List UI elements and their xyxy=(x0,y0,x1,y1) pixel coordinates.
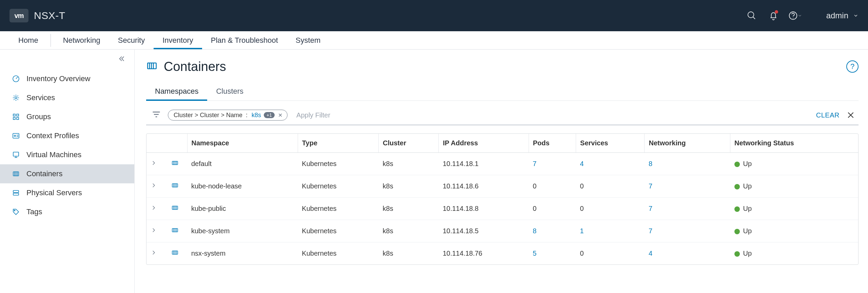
col-services[interactable]: Services xyxy=(576,134,645,153)
sidebar-item-label: Containers xyxy=(26,169,62,178)
cell-ip: 10.114.18.5 xyxy=(439,220,529,242)
filter-icon[interactable] xyxy=(152,110,161,121)
filter-chip-value: k8s xyxy=(252,112,261,119)
tab-namespaces[interactable]: Namespaces xyxy=(146,83,207,100)
expand-row-icon[interactable] xyxy=(146,220,167,242)
cell-ip: 10.114.18.8 xyxy=(439,198,529,220)
cell-namespace: kube-node-lease xyxy=(187,175,298,198)
sidebar-item-containers[interactable]: Containers xyxy=(0,164,134,183)
search-icon[interactable] xyxy=(744,8,759,23)
sidebar-item-virtual-machines[interactable]: Virtual Machines xyxy=(0,145,134,164)
filter-chip-extra-badge: +1 xyxy=(264,112,275,118)
cell-net-status: Up xyxy=(730,153,858,175)
cell-networking[interactable]: 7 xyxy=(645,220,730,242)
sidebar-item-context-profiles[interactable]: Context Profiles xyxy=(0,126,134,145)
app-header: vm NSX-T admin xyxy=(0,0,868,31)
cell-networking[interactable]: 7 xyxy=(645,198,730,220)
cell-namespace: kube-public xyxy=(187,198,298,220)
cell-services[interactable]: 4 xyxy=(576,153,645,175)
table-row[interactable]: kube-publicKubernetesk8s10.114.18.8007Up xyxy=(146,198,858,220)
profile-card-icon xyxy=(12,131,20,140)
col-networking[interactable]: Networking xyxy=(645,134,730,153)
expand-row-icon[interactable] xyxy=(146,153,167,175)
sidebar-item-inventory-overview[interactable]: Inventory Overview xyxy=(0,69,134,88)
tab-clusters[interactable]: Clusters xyxy=(207,83,252,100)
namespace-icon xyxy=(167,220,187,242)
namespace-icon xyxy=(167,198,187,220)
sidebar-item-label: Groups xyxy=(26,112,51,121)
cell-cluster: k8s xyxy=(379,242,439,265)
svg-rect-17 xyxy=(147,63,156,69)
tabs: Namespaces Clusters xyxy=(146,83,859,101)
filter-chip-remove-icon[interactable]: ✕ xyxy=(278,112,282,118)
nav-divider xyxy=(51,34,51,47)
cell-namespace: default xyxy=(187,153,298,175)
namespace-icon xyxy=(167,175,187,198)
col-type[interactable]: Type xyxy=(298,134,378,153)
cell-networking[interactable]: 7 xyxy=(645,175,730,198)
sidebar-collapse-icon[interactable] xyxy=(118,55,125,64)
cell-networking[interactable]: 4 xyxy=(645,242,730,265)
cell-networking[interactable]: 8 xyxy=(645,153,730,175)
nav-inventory[interactable]: Inventory xyxy=(154,31,202,49)
help-icon[interactable] xyxy=(788,8,803,23)
svg-rect-7 xyxy=(17,114,19,116)
nav-plan-troubleshoot[interactable]: Plan & Troubleshoot xyxy=(202,31,287,49)
page-help-icon[interactable]: ? xyxy=(846,60,859,73)
nav-security[interactable]: Security xyxy=(109,31,154,49)
close-filter-icon[interactable] xyxy=(846,111,855,120)
user-menu[interactable]: admin xyxy=(826,11,859,20)
product-name: NSX-T xyxy=(34,10,65,21)
col-cluster[interactable]: Cluster xyxy=(379,134,439,153)
cell-pods[interactable]: 7 xyxy=(529,153,576,175)
sidebar-item-label: Tags xyxy=(26,207,42,216)
expand-row-icon[interactable] xyxy=(146,198,167,220)
nav-home[interactable]: Home xyxy=(9,31,47,49)
cell-type: Kubernetes xyxy=(298,153,378,175)
status-up-icon xyxy=(734,229,740,234)
page-title: Containers xyxy=(164,59,226,74)
apply-filter-label: Apply Filter xyxy=(296,111,330,119)
sidebar-item-tags[interactable]: Tags xyxy=(0,202,134,221)
col-net-status[interactable]: Networking Status xyxy=(730,134,858,153)
svg-rect-15 xyxy=(13,193,19,195)
primary-nav: Home Networking Security Inventory Plan … xyxy=(0,31,868,50)
expand-row-icon[interactable] xyxy=(146,175,167,198)
sidebar-item-services[interactable]: Services xyxy=(0,88,134,107)
cell-pods[interactable]: 8 xyxy=(529,220,576,242)
table-row[interactable]: nsx-systemKubernetesk8s10.114.18.76504Up xyxy=(146,242,858,265)
cell-services[interactable]: 1 xyxy=(576,220,645,242)
namespaces-table: Namespace Type Cluster IP Address Pods S… xyxy=(146,133,859,265)
cell-type: Kubernetes xyxy=(298,220,378,242)
filter-chip-separator: : xyxy=(246,112,248,119)
expand-row-icon[interactable] xyxy=(146,242,167,265)
sidebar-item-groups[interactable]: Groups xyxy=(0,107,134,126)
sidebar-item-label: Context Profiles xyxy=(26,131,79,140)
sidebar: Inventory Overview Services Groups Conte… xyxy=(0,50,135,293)
sidebar-item-label: Inventory Overview xyxy=(26,74,90,83)
sidebar-item-label: Virtual Machines xyxy=(26,150,81,159)
cell-cluster: k8s xyxy=(379,175,439,198)
containers-page-icon xyxy=(146,60,158,73)
sidebar-item-physical-servers[interactable]: Physical Servers xyxy=(0,183,134,202)
table-row[interactable]: kube-node-leaseKubernetesk8s10.114.18.60… xyxy=(146,175,858,198)
notification-badge xyxy=(775,10,778,14)
col-pods[interactable]: Pods xyxy=(529,134,576,153)
cell-services: 0 xyxy=(576,242,645,265)
cell-services: 0 xyxy=(576,175,645,198)
sidebar-item-label: Services xyxy=(26,93,55,102)
grid-icon xyxy=(12,112,20,121)
nav-system[interactable]: System xyxy=(287,31,329,49)
table-row[interactable]: kube-systemKubernetesk8s10.114.18.5817Up xyxy=(146,220,858,242)
nav-networking[interactable]: Networking xyxy=(54,31,109,49)
col-ip[interactable]: IP Address xyxy=(439,134,529,153)
filter-chip[interactable]: Cluster > Cluster > Name : k8s +1 ✕ xyxy=(168,110,288,121)
clear-filters-link[interactable]: CLEAR xyxy=(816,111,840,119)
col-namespace[interactable]: Namespace xyxy=(187,134,298,153)
table-row[interactable]: defaultKubernetesk8s10.114.18.1748Up xyxy=(146,153,858,175)
cell-pods: 0 xyxy=(529,175,576,198)
status-up-icon xyxy=(734,162,740,167)
cell-pods[interactable]: 5 xyxy=(529,242,576,265)
notifications-icon[interactable] xyxy=(766,8,781,23)
containers-icon xyxy=(12,169,20,178)
